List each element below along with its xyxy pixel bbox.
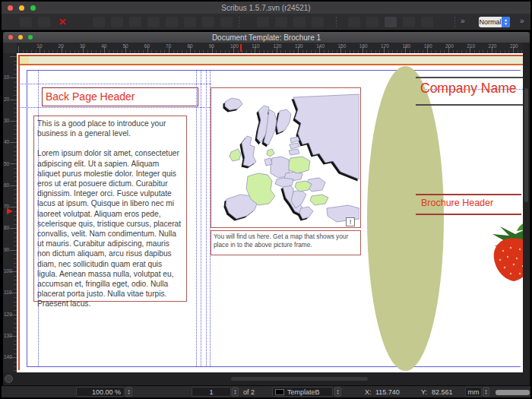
toolbar-icon[interactable]: [275, 17, 287, 27]
app-title: Scribus 1.5.7.svn (r24521): [221, 4, 310, 12]
ruler-number: 210: [467, 43, 475, 49]
toolbar-icon[interactable]: [20, 17, 32, 27]
doc-minimize-icon[interactable]: [18, 35, 23, 40]
vertical-scrollbar[interactable]: [523, 43, 530, 383]
view-mode-label: Normal: [479, 18, 502, 26]
margin-guide-top: [27, 70, 521, 71]
toolbar-icon-active[interactable]: [385, 17, 397, 27]
body-paragraph: Lorem ipsum dolor sit amet, consectetuer…: [37, 148, 183, 309]
ruler-number: 90: [209, 43, 214, 49]
europe-map-image: [211, 88, 359, 226]
ruler-number: 30: [4, 118, 9, 123]
fold-guide: [201, 70, 201, 366]
toolbar-icon[interactable]: [129, 17, 141, 27]
company-name-text[interactable]: Company Name: [420, 81, 516, 97]
ruler-number: 130: [4, 333, 12, 338]
document-title: Document Template: Brochure 1: [212, 33, 321, 42]
toolbar-icon[interactable]: [202, 17, 214, 27]
zoom-stepper-icon[interactable]: ▲▼: [125, 387, 132, 397]
document-window: Document Template: Brochure 1 1020304050…: [3, 32, 530, 385]
map-caption-frame[interactable]: You will find us here. Get a map that sh…: [211, 230, 361, 255]
back-page-header-frame[interactable]: Back Page Header: [42, 87, 198, 106]
page-stepper-icon[interactable]: ▲▼: [232, 387, 239, 397]
horizontal-ruler[interactable]: 1020304050607080901001101201301401501601…: [17, 43, 523, 53]
app-close-icon[interactable]: [8, 5, 13, 11]
page-canvas[interactable]: Back Page Header This is a good place to…: [17, 53, 523, 372]
vertical-ruler[interactable]: 102030405060708090100110120130140: [3, 53, 17, 372]
toolbar-icon[interactable]: [166, 17, 178, 27]
doc-zoom-icon[interactable]: [28, 35, 33, 40]
horizontal-scrollbar[interactable]: [3, 372, 530, 385]
ruler-number: 80: [4, 225, 9, 230]
page-top-border: [18, 55, 523, 56]
ruler-number: 140: [316, 43, 325, 49]
ruler-number: 40: [4, 139, 9, 144]
toolbar-icon[interactable]: [421, 17, 433, 27]
toolbar-icon[interactable]: [111, 17, 123, 27]
vertical-scrollbar-thumb[interactable]: [524, 88, 528, 202]
strawberry-image[interactable]: [486, 220, 523, 283]
ruler-origin-corner[interactable]: [3, 43, 17, 53]
layer-stepper-icon[interactable]: ▲▼: [334, 387, 341, 397]
toolbar-icon[interactable]: [220, 17, 233, 27]
unit-value: mm: [468, 388, 480, 396]
page-left-border: [18, 55, 20, 370]
view-mode-stepper-icon[interactable]: ▲▼: [502, 17, 510, 27]
app-minimize-icon[interactable]: [19, 5, 24, 11]
zoom-level-value: 100.00 %: [92, 388, 121, 396]
ruler-number: 130: [295, 43, 303, 49]
toolbar-icon[interactable]: [257, 17, 269, 27]
scribus-app-window: Scribus 1.5.7.svn (r24521) ✕ » Normal ▲▼…: [0, 0, 532, 399]
ruler-number: 20: [4, 97, 9, 102]
app-zoom-icon[interactable]: [30, 5, 36, 11]
ruler-number: 230: [510, 43, 518, 49]
ruler-number: 120: [274, 43, 282, 49]
layer-select[interactable]: TemplateB: [272, 387, 333, 397]
progress-bar: [496, 390, 530, 395]
surfboard-shape[interactable]: [367, 66, 444, 371]
toolbar-icon[interactable]: [184, 17, 196, 27]
toolbar-overflow-right-icon[interactable]: »: [520, 17, 524, 25]
ruler-number: 10: [4, 74, 9, 80]
toolbar-icon[interactable]: [147, 17, 160, 27]
toolbar-icon[interactable]: [366, 17, 378, 27]
toolbar-icon[interactable]: [93, 17, 105, 27]
cursor-y-value: 82.561: [432, 388, 453, 396]
close-document-icon[interactable]: ✕: [56, 16, 68, 28]
scrollbar-knob[interactable]: [5, 375, 13, 383]
zoom-level-field[interactable]: 100.00 %: [76, 387, 125, 397]
ruler-number: 170: [381, 43, 389, 49]
toolbar-icon[interactable]: [293, 17, 306, 27]
toolbar-icon[interactable]: [348, 17, 360, 27]
page-number-field[interactable]: 1: [192, 387, 231, 397]
ruler-number: 150: [338, 43, 347, 49]
ruler-y-position-marker: [7, 208, 13, 214]
ruler-number: 140: [4, 354, 12, 359]
row-guide: [18, 84, 211, 84]
toolbar-icon[interactable]: [312, 17, 324, 27]
unit-stepper-icon[interactable]: ▲▼: [483, 387, 489, 397]
ruler-number: 40: [101, 43, 106, 49]
ruler-number: 10: [36, 43, 42, 49]
view-mode-select[interactable]: Normal ▲▼: [479, 17, 510, 27]
ruler-number: 50: [4, 161, 9, 166]
map-image-frame[interactable]: [211, 87, 361, 228]
ruler-number: 110: [252, 43, 259, 49]
brochure-header-text[interactable]: Brochure Header: [421, 198, 493, 208]
template-orange-rule: [18, 64, 523, 65]
body-text-frame[interactable]: This is a good place to introduce your b…: [33, 116, 187, 302]
toolbar-icon[interactable]: [38, 17, 50, 27]
image-warning-icon[interactable]: !: [346, 217, 355, 226]
ruler-number: 220: [489, 43, 497, 49]
unit-select[interactable]: mm: [465, 387, 482, 397]
horizontal-scrollbar-thumb[interactable]: [231, 377, 368, 381]
doc-close-icon[interactable]: [8, 35, 13, 40]
ruler-number: 70: [166, 43, 171, 49]
ruler-number: 50: [123, 43, 128, 49]
toolbar-icon[interactable]: [403, 17, 415, 27]
toolbar-overflow-icon[interactable]: »: [461, 17, 464, 25]
layer-color-swatch: [275, 389, 284, 395]
ruler-number: 180: [402, 43, 410, 49]
margin-guide-bottom: [27, 366, 521, 367]
margin-guide-left: [27, 70, 27, 366]
